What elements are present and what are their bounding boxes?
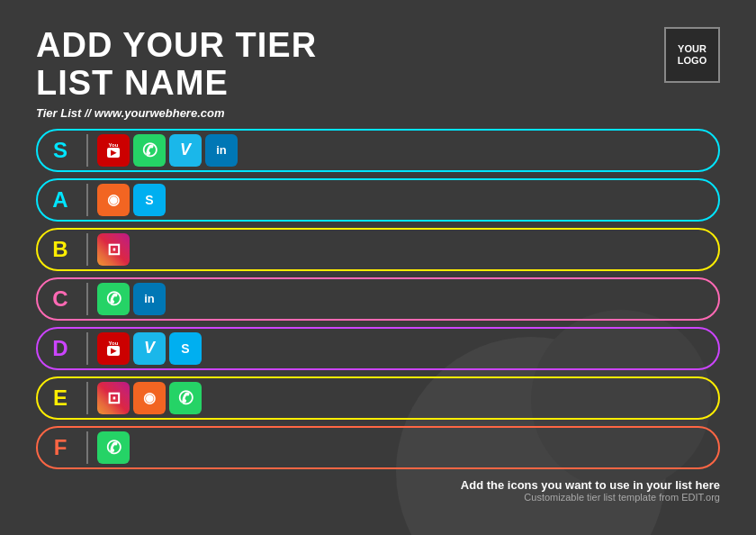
tier-row-f: F ✆ xyxy=(36,426,720,469)
tier-icons-e: ⊡ ◉ ✆ xyxy=(92,382,202,414)
tier-row-a: A ◉ S xyxy=(36,178,720,222)
header: ADD YOUR TIER LIST NAME Tier List // www… xyxy=(36,27,720,120)
divider-d xyxy=(86,332,88,365)
tier-icons-a: ◉ S xyxy=(92,184,166,216)
title-block: ADD YOUR TIER LIST NAME Tier List // www… xyxy=(36,27,317,120)
subtitle: Tier List // www.yourwebhere.com xyxy=(36,106,317,120)
tier-icons-f: ✆ xyxy=(92,431,130,464)
footer: Add the icons you want to use in your li… xyxy=(36,478,720,503)
divider-e xyxy=(86,382,88,414)
tier-label-b: B xyxy=(38,230,83,269)
icon-linkedin-c: in xyxy=(133,283,166,315)
tier-label-s: S xyxy=(38,131,83,170)
tier-label-f: F xyxy=(38,428,83,467)
icon-instagram-b: ⊡ xyxy=(97,233,130,266)
divider-f xyxy=(86,431,88,464)
tier-icons-c: ✆ in xyxy=(92,283,166,315)
tier-label-a: A xyxy=(38,180,83,220)
divider-b xyxy=(86,233,88,266)
icon-youtube-s: You ▶ xyxy=(97,134,130,167)
icon-linkedin-s: in xyxy=(205,134,238,167)
tier-row-c: C ✆ in xyxy=(36,277,720,321)
tier-label-e: E xyxy=(38,378,83,418)
footer-main-text: Add the icons you want to use in your li… xyxy=(36,478,720,492)
icon-vimeo-s: V xyxy=(169,134,202,167)
icon-skype-d: S xyxy=(169,332,202,365)
icon-skype-a: S xyxy=(133,184,166,216)
tier-row-b: B ⊡ xyxy=(36,228,720,271)
tiers-container: S You ▶ ✆ V xyxy=(36,129,720,469)
logo-box: YOURLOGO xyxy=(664,27,720,83)
icon-whatsapp-c: ✆ xyxy=(97,283,130,315)
icon-rss-a: ◉ xyxy=(97,184,130,216)
divider-s xyxy=(86,134,88,167)
tier-icons-s: You ▶ ✆ V in xyxy=(92,134,238,167)
icon-rss-e: ◉ xyxy=(133,382,166,414)
footer-sub-text: Customizable tier list template from EDI… xyxy=(36,492,720,503)
divider-a xyxy=(86,184,88,216)
tier-icons-b: ⊡ xyxy=(92,233,130,266)
icon-whatsapp-f: ✆ xyxy=(97,431,130,464)
icon-youtube-d: You ▶ xyxy=(97,332,130,365)
divider-c xyxy=(86,283,88,315)
icon-whatsapp-s: ✆ xyxy=(133,134,166,167)
tier-label-c: C xyxy=(38,279,83,319)
icon-whatsapp-e: ✆ xyxy=(169,382,202,414)
main-title: ADD YOUR TIER LIST NAME xyxy=(36,27,317,103)
tier-icons-d: You ▶ V S xyxy=(92,332,202,365)
icon-instagram-e: ⊡ xyxy=(97,382,130,414)
tier-row-e: E ⊡ ◉ ✆ xyxy=(36,376,720,420)
tier-row-d: D You ▶ V S xyxy=(36,327,720,370)
tier-row-s: S You ▶ ✆ V xyxy=(36,129,720,172)
icon-vimeo-d: V xyxy=(133,332,166,365)
tier-label-d: D xyxy=(38,329,83,368)
